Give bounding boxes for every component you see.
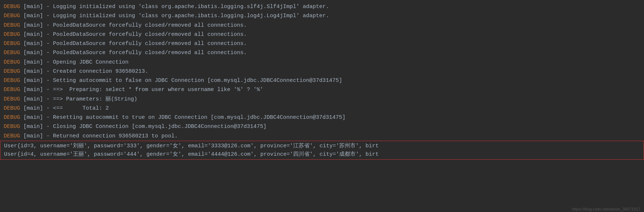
log-content-1: [main] - Logging initialized using 'clas… — [20, 4, 329, 10]
log-content-14: [main] - Closing JDBC Connection [com.my… — [20, 124, 267, 130]
log-content-10: [main] - ==> Preparing: select * from us… — [20, 87, 263, 93]
debug-keyword-14: DEBUG — [4, 124, 20, 130]
debug-keyword-13: DEBUG — [4, 114, 20, 121]
result-output-box: User{id=3, username='刘丽', password='333'… — [0, 141, 644, 160]
log-lines: DEBUG [main] - Logging initialized using… — [0, 2, 644, 141]
debug-keyword: DEBUG — [4, 4, 20, 10]
log-content-5: [main] - PooledDataSource forcefully clo… — [20, 41, 247, 47]
debug-keyword-12: DEBUG — [4, 105, 20, 111]
log-line-12: DEBUG [main] - <== Total: 2 — [0, 104, 644, 113]
log-content-3: [main] - PooledDataSource forcefully clo… — [20, 22, 247, 29]
log-line-3: DEBUG [main] - PooledDataSource forceful… — [0, 21, 644, 30]
console-output: DEBUG [main] - Logging initialized using… — [0, 0, 644, 212]
debug-keyword-10: DEBUG — [4, 87, 20, 93]
log-content-4: [main] - PooledDataSource forcefully clo… — [20, 31, 247, 38]
debug-keyword-2: DEBUG — [4, 13, 20, 19]
log-content-6: [main] - PooledDataSource forcefully clo… — [20, 50, 247, 56]
watermark: https://blog.csdn.net/weixin_36071917 — [572, 207, 640, 211]
debug-keyword-11: DEBUG — [4, 96, 20, 102]
log-line-4: DEBUG [main] - PooledDataSource forceful… — [0, 30, 644, 39]
log-content-7: [main] - Opening JDBC Connection — [20, 59, 129, 65]
debug-keyword-9: DEBUG — [4, 77, 20, 84]
log-content-8: [main] - Created connection 936580213. — [20, 68, 148, 75]
log-content-9: [main] - Setting autocommit to false on … — [20, 77, 342, 84]
log-line-15: DEBUG [main] - Returned connection 93658… — [0, 132, 644, 141]
log-line-8: DEBUG [main] - Created connection 936580… — [0, 67, 644, 76]
log-line-14: DEBUG [main] - Closing JDBC Connection [… — [0, 122, 644, 131]
log-line-5: DEBUG [main] - PooledDataSource forceful… — [0, 39, 644, 48]
log-line-2: DEBUG [main] - Logging initialized using… — [0, 11, 644, 20]
log-line-10: DEBUG [main] - ==> Preparing: select * f… — [0, 85, 644, 94]
log-line-9: DEBUG [main] - Setting autocommit to fal… — [0, 76, 644, 85]
log-content-2: [main] - Logging initialized using 'clas… — [20, 13, 329, 19]
debug-keyword-6: DEBUG — [4, 50, 20, 56]
log-line-13: DEBUG [main] - Resetting autocommit to t… — [0, 113, 644, 122]
log-line-1: DEBUG [main] - Logging initialized using… — [0, 2, 644, 11]
debug-keyword-4: DEBUG — [4, 31, 20, 38]
debug-keyword-8: DEBUG — [4, 68, 20, 75]
debug-keyword-3: DEBUG — [4, 22, 20, 29]
log-content-12: [main] - <== Total: 2 — [20, 105, 109, 111]
log-line-7: DEBUG [main] - Opening JDBC Connection — [0, 58, 644, 67]
log-content-13: [main] - Resetting autocommit to true on… — [20, 114, 345, 121]
debug-keyword-15: DEBUG — [4, 133, 20, 139]
debug-keyword-5: DEBUG — [4, 41, 20, 47]
debug-keyword-7: DEBUG — [4, 59, 20, 65]
log-content-15: [main] - Returned connection 936580213 t… — [20, 133, 178, 139]
log-line-11: DEBUG [main] - ==> Parameters: 丽(String) — [0, 95, 644, 104]
result-line-2: User{id=4, username='王丽', password='444'… — [4, 150, 640, 159]
log-line-6: DEBUG [main] - PooledDataSource forceful… — [0, 48, 644, 57]
result-line-1: User{id=3, username='刘丽', password='333'… — [4, 142, 640, 150]
log-content-11: [main] - ==> Parameters: 丽(String) — [20, 96, 137, 102]
